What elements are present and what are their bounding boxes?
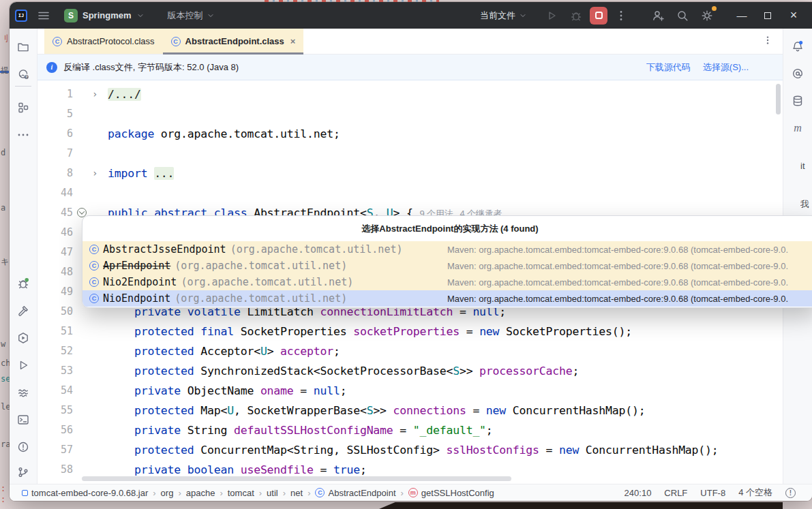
code-with-me-button[interactable] bbox=[647, 5, 669, 26]
folder-icon[interactable] bbox=[14, 37, 33, 57]
maven-icon[interactable]: m bbox=[788, 119, 807, 138]
implementation-row-Nio2Endpoint[interactable]: CNio2Endpoint(org.apache.tomcat.util.net… bbox=[82, 274, 812, 290]
implementation-row-AbstractJsseEndpoint[interactable]: CAbstractJsseEndpoint(org.apache.tomcat.… bbox=[82, 241, 812, 258]
run-button[interactable] bbox=[541, 5, 562, 26]
code-line-6[interactable]: 6package org.apache.tomcat.util.net; bbox=[37, 124, 783, 144]
debug-button[interactable] bbox=[565, 5, 587, 26]
close-icon[interactable]: × bbox=[290, 36, 296, 46]
tab-options-button[interactable] bbox=[762, 35, 773, 48]
breadcrumb-separator: › bbox=[399, 488, 406, 498]
implementation-row-NioEndpoint[interactable]: CNioEndpoint(org.apache.tomcat.util.net)… bbox=[82, 290, 812, 307]
bell-icon[interactable] bbox=[788, 37, 807, 56]
breadcrumb-item-util[interactable]: util bbox=[267, 488, 278, 498]
implementation-package: (org.apache.tomcat.util.net) bbox=[175, 292, 347, 305]
background-text-fragment: 刂 bbox=[1, 33, 10, 44]
status-widget[interactable]: 4 个空格 bbox=[738, 487, 772, 499]
debug-icon[interactable] bbox=[14, 274, 33, 293]
inspections-icon[interactable]: ! bbox=[785, 488, 796, 498]
waves-icon[interactable] bbox=[14, 383, 33, 402]
code-line-54[interactable]: 54 private ObjectName oname = null; bbox=[37, 381, 783, 401]
background-text-fragment: 提 bbox=[1, 65, 10, 76]
status-widget[interactable]: UTF-8 bbox=[700, 488, 725, 498]
code-text: protected Acceptor<U> acceptor; bbox=[108, 341, 340, 361]
code-line-55[interactable]: 55 protected Map<U, SocketWrapperBase<S>… bbox=[37, 401, 783, 420]
line-number: 58 bbox=[37, 460, 73, 480]
terminal-icon[interactable] bbox=[14, 410, 33, 429]
code-line-53[interactable]: 53 protected SynchronizedStack<SocketPro… bbox=[37, 361, 783, 381]
implementation-location: Maven: org.apache.tomcat.embed:tomcat-em… bbox=[447, 261, 788, 271]
breadcrumb-item-tomcat-embed-core-9.0.68.jar[interactable]: tomcat-embed-core-9.0.68.jar bbox=[22, 488, 148, 498]
close-button[interactable]: × bbox=[782, 5, 805, 26]
tab-AbstractProtocol.class[interactable]: CAbstractProtocol.class bbox=[44, 29, 163, 54]
status-widget[interactable]: CRLF bbox=[664, 488, 687, 498]
minimize-button[interactable]: — bbox=[730, 5, 753, 26]
tab-label: AbstractEndpoint.class bbox=[185, 36, 284, 46]
breadcrumb-item-getSSLHostConfig[interactable]: mgetSSLHostConfig bbox=[408, 488, 494, 498]
main-menu-button[interactable] bbox=[33, 5, 55, 26]
settings-button[interactable] bbox=[696, 5, 718, 26]
services-icon[interactable] bbox=[14, 328, 33, 348]
problems-icon[interactable] bbox=[14, 437, 33, 457]
banner-link[interactable]: 选择源(S)... bbox=[703, 61, 749, 74]
breadcrumb-item-net[interactable]: net bbox=[290, 488, 303, 498]
more-actions-button[interactable] bbox=[610, 5, 632, 26]
git-icon[interactable] bbox=[14, 463, 33, 482]
play-icon bbox=[545, 9, 558, 22]
chevron-down-icon bbox=[519, 12, 527, 20]
code-text: protected SynchronizedStack<SocketProces… bbox=[108, 361, 579, 381]
code-text: protected final SocketProperties socketP… bbox=[108, 322, 632, 341]
code-text: import ... bbox=[108, 164, 174, 183]
status-widget[interactable]: 240:10 bbox=[625, 488, 652, 498]
ai-icon[interactable] bbox=[788, 64, 807, 83]
code-line-56[interactable]: 56 private String defaultSSLHostConfigNa… bbox=[37, 420, 783, 440]
code-line-44[interactable]: 44 bbox=[37, 183, 783, 203]
code-line-51[interactable]: 51 protected final SocketProperties sock… bbox=[37, 322, 783, 341]
line-number: 53 bbox=[37, 361, 73, 381]
project-icon: S bbox=[64, 9, 78, 22]
line-number: 51 bbox=[37, 322, 73, 341]
fold-arrow-icon[interactable]: › bbox=[92, 84, 97, 104]
maximize-button[interactable] bbox=[756, 5, 779, 26]
background-text-fragment: ra bbox=[1, 439, 10, 449]
fold-arrow-icon[interactable]: › bbox=[92, 164, 97, 183]
ide-window: IJ S Springmem 版本控制 当前文件 bbox=[10, 2, 812, 501]
build-icon[interactable] bbox=[14, 301, 33, 320]
decompiler-banner: i 反编译 .class文件, 字节码版本: 52.0 (Java 8) 下载源… bbox=[37, 55, 783, 80]
line-number: 49 bbox=[37, 282, 73, 302]
breadcrumb-item-org[interactable]: org bbox=[161, 488, 174, 498]
help-icon[interactable]: ? bbox=[14, 65, 33, 84]
run-configuration-widget[interactable]: 当前文件 bbox=[476, 5, 531, 26]
background-text-fragment: : bbox=[1, 495, 10, 504]
code-line-1[interactable]: 1›/.../ bbox=[37, 84, 783, 104]
breadcrumb-item-tomcat[interactable]: tomcat bbox=[228, 488, 254, 498]
run-icon[interactable] bbox=[14, 356, 33, 375]
implementation-package: (org.apache.tomcat.util.net) bbox=[230, 243, 403, 256]
code-line-58[interactable]: 58 private boolean useSendfile = true; bbox=[37, 460, 783, 480]
banner-link[interactable]: 下载源代码 bbox=[646, 61, 691, 74]
app-logo-icon: IJ bbox=[15, 10, 27, 22]
breadcrumb-item-apache[interactable]: apache bbox=[186, 488, 215, 498]
code-line-57[interactable]: 57 protected ConcurrentMap<String, SSLHo… bbox=[37, 440, 783, 460]
project-widget[interactable]: S Springmem bbox=[60, 5, 149, 26]
background-text-fragment: d bbox=[1, 148, 10, 157]
code-line-5[interactable]: 5 bbox=[37, 104, 783, 124]
code-line-7[interactable]: 7 bbox=[37, 144, 783, 164]
stop-button[interactable] bbox=[590, 7, 607, 25]
code-text: private ObjectName oname = null; bbox=[108, 381, 346, 401]
tab-AbstractEndpoint.class[interactable]: CAbstractEndpoint.class× bbox=[163, 29, 304, 54]
code-text: package org.apache.tomcat.util.net; bbox=[108, 124, 340, 144]
code-line-52[interactable]: 52 protected Acceptor<U> acceptor; bbox=[37, 341, 783, 361]
breadcrumb-separator: › bbox=[217, 488, 224, 498]
database-icon[interactable] bbox=[788, 91, 807, 110]
line-number: 46 bbox=[37, 223, 73, 243]
breadcrumb-item-AbstractEndpoint[interactable]: CAbstractEndpoint bbox=[315, 488, 395, 498]
code-line-8[interactable]: 8›import ... bbox=[37, 164, 783, 183]
implementation-row-AprEndpoint[interactable]: CAprEndpoint(org.apache.tomcat.util.net)… bbox=[82, 258, 812, 274]
class-icon: C bbox=[89, 261, 99, 271]
structure-icon[interactable] bbox=[14, 98, 33, 117]
breadcrumb-separator: › bbox=[281, 488, 288, 498]
vcs-widget[interactable]: 版本控制 bbox=[164, 5, 219, 26]
more-icon[interactable] bbox=[14, 125, 33, 144]
add-user-icon bbox=[651, 9, 665, 22]
search-everywhere-button[interactable] bbox=[672, 5, 693, 26]
